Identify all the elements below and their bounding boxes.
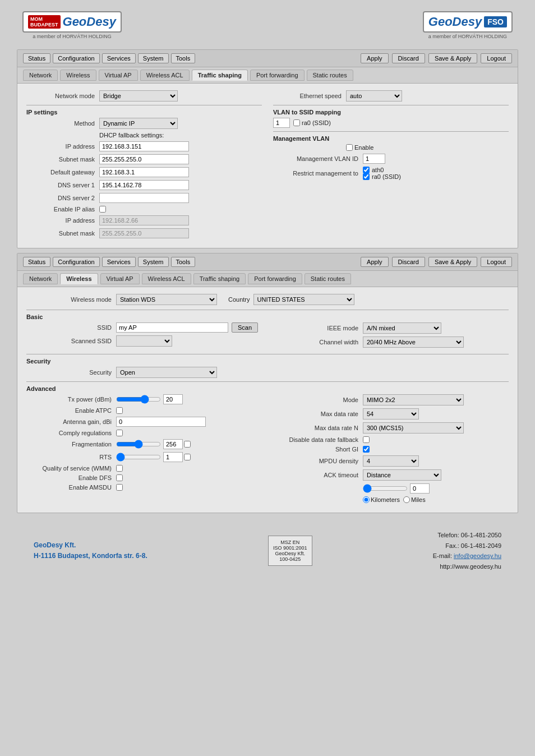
nav-configuration-1[interactable]: Configuration bbox=[53, 53, 99, 63]
nav-configuration-2[interactable]: Configuration bbox=[53, 257, 99, 267]
tab-port-forwarding-1[interactable]: Port forwarding bbox=[250, 70, 305, 81]
tab-port-forwarding-2[interactable]: Port forwarding bbox=[248, 273, 302, 284]
country-select[interactable]: UNITED STATES bbox=[253, 294, 354, 305]
nav-services-1[interactable]: Services bbox=[102, 53, 136, 63]
tab-wireless-acl-2[interactable]: Wireless ACL bbox=[142, 273, 191, 284]
vlan-ssid-title: VLAN to SSID mapping bbox=[273, 109, 509, 116]
discard-button-2[interactable]: Discard bbox=[392, 257, 425, 267]
subnet-mask-input[interactable] bbox=[99, 154, 189, 164]
tab-network-1[interactable]: Network bbox=[23, 70, 58, 81]
enable-amsdu-checkbox[interactable] bbox=[116, 484, 123, 491]
col-right-1: Ethernet speed auto VLAN to SSID mapping… bbox=[273, 90, 509, 241]
tab-static-routes-1[interactable]: Static routes bbox=[307, 70, 353, 81]
disable-data-rate-fallback-label: Disable data rate fallback bbox=[273, 436, 363, 443]
save-apply-button-2[interactable]: Save & Apply bbox=[428, 257, 477, 267]
max-data-rate-select[interactable]: 54 bbox=[363, 408, 419, 420]
nav-tools-2[interactable]: Tools bbox=[171, 257, 196, 267]
save-apply-button-1[interactable]: Save & Apply bbox=[428, 53, 477, 63]
tab-network-2[interactable]: Network bbox=[23, 273, 58, 284]
nav-system-2[interactable]: System bbox=[138, 257, 169, 267]
ip-address-input[interactable] bbox=[99, 141, 189, 151]
rts-checkbox[interactable] bbox=[184, 454, 191, 460]
ip-settings-title: IP settings bbox=[26, 109, 262, 116]
wireless-mode-select[interactable]: Station WDS bbox=[116, 294, 217, 305]
tab-wireless-2[interactable]: Wireless bbox=[60, 273, 98, 284]
fragmentation-label: Fragmentation bbox=[26, 441, 116, 448]
mode-select[interactable]: MIMO 2x2 bbox=[363, 394, 464, 405]
scan-button[interactable]: Scan bbox=[232, 322, 258, 333]
short-gi-label: Short GI bbox=[273, 446, 363, 453]
ssid-input[interactable] bbox=[116, 322, 228, 333]
disable-data-rate-fallback-checkbox[interactable] bbox=[363, 436, 370, 443]
tx-power-input[interactable] bbox=[163, 394, 183, 404]
dns2-input[interactable] bbox=[99, 193, 189, 203]
fragmentation-checkbox[interactable] bbox=[184, 441, 191, 448]
restrict-ath0-checkbox[interactable] bbox=[363, 167, 370, 173]
tab-wireless-acl-1[interactable]: Wireless ACL bbox=[140, 70, 190, 81]
ack-timeout-select[interactable]: Distance bbox=[363, 469, 441, 481]
channel-width-select[interactable]: 20/40 MHz Above bbox=[363, 336, 464, 348]
enable-dfs-checkbox[interactable] bbox=[116, 474, 123, 481]
nav-status-2[interactable]: Status bbox=[23, 257, 50, 267]
antenna-gain-input[interactable] bbox=[116, 417, 206, 427]
apply-button-2[interactable]: Apply bbox=[361, 257, 389, 267]
ip-alias-address-input[interactable] bbox=[99, 215, 189, 225]
mpdu-density-select[interactable]: 4 bbox=[363, 455, 419, 467]
nav-system-1[interactable]: System bbox=[138, 53, 169, 63]
management-vlan-enable-checkbox[interactable] bbox=[346, 144, 353, 151]
ethernet-speed-select[interactable]: auto bbox=[346, 90, 402, 102]
management-vlan-id-input[interactable] bbox=[363, 154, 385, 164]
tab-traffic-shaping-2[interactable]: Traffic shaping bbox=[193, 273, 246, 284]
tab-wireless-1[interactable]: Wireless bbox=[60, 70, 96, 81]
method-select[interactable]: Dynamic IP bbox=[99, 118, 178, 129]
nav-tools-1[interactable]: Tools bbox=[171, 53, 196, 63]
quality-of-service-checkbox[interactable] bbox=[116, 465, 123, 472]
kilometers-radio[interactable] bbox=[363, 496, 370, 503]
tab-traffic-shaping-1[interactable]: Traffic shaping bbox=[192, 70, 248, 81]
enable-ip-alias-checkbox[interactable] bbox=[99, 206, 106, 213]
enable-atpc-checkbox[interactable] bbox=[116, 407, 123, 414]
fso-badge: FSO bbox=[484, 16, 507, 27]
comply-regulations-checkbox[interactable] bbox=[116, 430, 123, 436]
security-select[interactable]: Open bbox=[116, 367, 217, 378]
basic-cols: SSID Scan Scanned SSID IEEE mode bbox=[26, 322, 509, 351]
apply-button-1[interactable]: Apply bbox=[361, 53, 389, 63]
network-mode-select[interactable]: Bridge bbox=[99, 90, 178, 102]
vlan-ssid-checkbox[interactable] bbox=[293, 119, 300, 126]
miles-radio[interactable] bbox=[403, 496, 410, 503]
ack-distance-slider[interactable] bbox=[363, 484, 408, 493]
logout-button-1[interactable]: Logout bbox=[481, 53, 512, 63]
discard-button-1[interactable]: Discard bbox=[392, 53, 425, 63]
ip-alias-subnet-input[interactable] bbox=[99, 228, 189, 238]
basic-col-right: IEEE mode A/N mixed Channel width 20/40 … bbox=[273, 322, 509, 351]
rts-input[interactable] bbox=[163, 452, 183, 462]
nav-services-2[interactable]: Services bbox=[102, 257, 136, 267]
mgmt-enable-label: Enable bbox=[354, 144, 373, 151]
ieee-mode-select[interactable]: A/N mixed bbox=[363, 322, 441, 334]
scanned-ssid-select[interactable] bbox=[116, 335, 172, 347]
nav-status-1[interactable]: Status bbox=[23, 53, 50, 63]
subnet-mask-label: Subnet mask bbox=[26, 156, 99, 163]
short-gi-checkbox[interactable] bbox=[363, 446, 370, 453]
tab-virtual-ap-1[interactable]: Virtual AP bbox=[99, 70, 138, 81]
tx-power-label: Tx power (dBm) bbox=[26, 396, 116, 403]
cert-line1: MSZ EN bbox=[273, 540, 307, 545]
logout-button-2[interactable]: Logout bbox=[481, 257, 512, 267]
fragmentation-slider[interactable] bbox=[116, 440, 161, 449]
enable-ip-alias-row: Enable IP alias bbox=[26, 206, 262, 213]
ethernet-speed-label: Ethernet speed bbox=[273, 93, 346, 99]
rts-slider[interactable] bbox=[116, 453, 161, 462]
rts-row: RTS bbox=[26, 452, 262, 462]
footer-email-link[interactable]: info@geodesy.hu bbox=[454, 552, 501, 559]
tx-power-slider[interactable] bbox=[116, 395, 161, 404]
fragmentation-input[interactable] bbox=[163, 439, 183, 449]
ack-distance-input[interactable] bbox=[410, 483, 430, 494]
max-data-rate-n-select[interactable]: 300 (MCS15) bbox=[363, 422, 464, 434]
tab-static-routes-2[interactable]: Static routes bbox=[305, 273, 351, 284]
tab-virtual-ap-2[interactable]: Virtual AP bbox=[100, 273, 140, 284]
dns1-input[interactable] bbox=[99, 180, 189, 190]
vlan-id-input[interactable] bbox=[273, 118, 290, 128]
default-gateway-input[interactable] bbox=[99, 167, 189, 177]
toolbar-2-nav: Status Configuration Services System Too… bbox=[23, 257, 195, 267]
restrict-ra0-checkbox[interactable] bbox=[363, 173, 370, 180]
